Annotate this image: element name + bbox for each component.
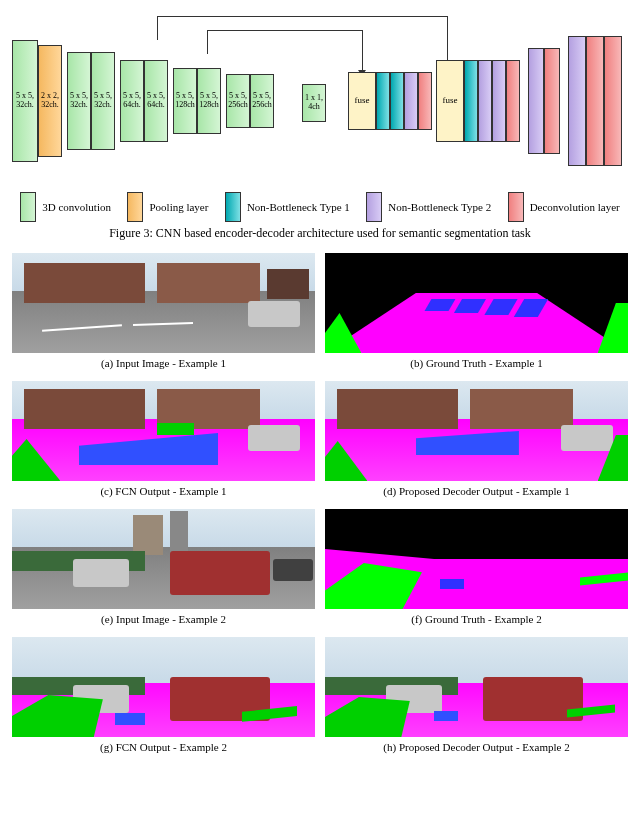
img-c [12, 381, 315, 481]
results-grid: (a) Input Image - Example 1 (b) Ground T… [12, 253, 628, 759]
nb2-b [478, 60, 492, 142]
skip-arrow-inner-right [362, 30, 363, 70]
panel-b: (b) Ground Truth - Example 1 [325, 253, 628, 375]
swatch-deconv [508, 192, 524, 222]
img-e [12, 509, 315, 609]
nb2-e [568, 36, 586, 166]
deconv-a [418, 72, 432, 130]
legend-nb2: Non-Bottleneck Type 2 [366, 192, 491, 222]
enc-block-7: 5 x 5,128ch [197, 68, 221, 134]
nb2-c [492, 60, 506, 142]
architecture-diagram: 5 x 5,32ch. 2 x 2,32ch. 5 x 5,32ch. 5 x … [12, 12, 628, 182]
swatch-nb1 [225, 192, 241, 222]
caption-f: (f) Ground Truth - Example 2 [325, 613, 628, 625]
nb1-c [464, 60, 478, 142]
legend-nb1: Non-Bottleneck Type 1 [225, 192, 350, 222]
img-f [325, 509, 628, 609]
caption-c: (c) FCN Output - Example 1 [12, 485, 315, 497]
panel-e: (e) Input Image - Example 2 [12, 509, 315, 631]
enc-block-2: 5 x 5,32ch. [67, 52, 91, 150]
caption-g: (g) FCN Output - Example 2 [12, 741, 315, 753]
swatch-conv3d [20, 192, 36, 222]
legend-deconv-label: Deconvolution layer [530, 201, 620, 213]
deconv-d [586, 36, 604, 166]
nb2-a [404, 72, 418, 130]
legend-nb2-label: Non-Bottleneck Type 2 [388, 201, 491, 213]
legend: 3D convolution Pooling layer Non-Bottlen… [12, 192, 628, 222]
deconv-c [544, 48, 560, 154]
figure-caption: Figure 3: CNN based encoder-decoder arch… [12, 226, 628, 241]
enc-block-8: 5 x 5,256ch [226, 74, 250, 128]
swatch-pool [127, 192, 143, 222]
caption-e: (e) Input Image - Example 2 [12, 613, 315, 625]
skip-arrow-outer-left [157, 16, 158, 40]
enc-block-0: 5 x 5,32ch. [12, 40, 38, 162]
img-b [325, 253, 628, 353]
nb1-b [390, 72, 404, 130]
nb1-a [376, 72, 390, 130]
mid-block: 1 x 1,4ch [302, 84, 326, 122]
img-g [12, 637, 315, 737]
legend-pool-label: Pooling layer [149, 201, 208, 213]
enc-block-1: 2 x 2,32ch. [38, 45, 62, 157]
panel-g: (g) FCN Output - Example 2 [12, 637, 315, 759]
enc-block-5: 5 x 5,64ch. [144, 60, 168, 142]
panel-f: (f) Ground Truth - Example 2 [325, 509, 628, 631]
legend-pool: Pooling layer [127, 192, 208, 222]
enc-block-3: 5 x 5,32ch. [91, 52, 115, 150]
img-h [325, 637, 628, 737]
skip-arrow-outer [157, 16, 447, 17]
img-a [12, 253, 315, 353]
enc-block-4: 5 x 5,64ch. [120, 60, 144, 142]
enc-block-6: 5 x 5,128ch [173, 68, 197, 134]
nb2-d [528, 48, 544, 154]
deconv-b [506, 60, 520, 142]
swatch-nb2 [366, 192, 382, 222]
panel-h: (h) Proposed Decoder Output - Example 2 [325, 637, 628, 759]
skip-arrow-inner-left [207, 30, 208, 54]
img-d [325, 381, 628, 481]
legend-deconv: Deconvolution layer [508, 192, 620, 222]
fuse-block-2: fuse [436, 60, 464, 142]
panel-c: (c) FCN Output - Example 1 [12, 381, 315, 503]
caption-h: (h) Proposed Decoder Output - Example 2 [325, 741, 628, 753]
legend-conv3d-label: 3D convolution [42, 201, 111, 213]
skip-arrow-inner [207, 30, 362, 31]
deconv-e [604, 36, 622, 166]
enc-block-9: 5 x 5,256ch [250, 74, 274, 128]
panel-a: (a) Input Image - Example 1 [12, 253, 315, 375]
legend-conv3d: 3D convolution [20, 192, 111, 222]
legend-nb1-label: Non-Bottleneck Type 1 [247, 201, 350, 213]
fuse-block-1: fuse [348, 72, 376, 130]
caption-a: (a) Input Image - Example 1 [12, 357, 315, 369]
caption-d: (d) Proposed Decoder Output - Example 1 [325, 485, 628, 497]
caption-b: (b) Ground Truth - Example 1 [325, 357, 628, 369]
panel-d: (d) Proposed Decoder Output - Example 1 [325, 381, 628, 503]
